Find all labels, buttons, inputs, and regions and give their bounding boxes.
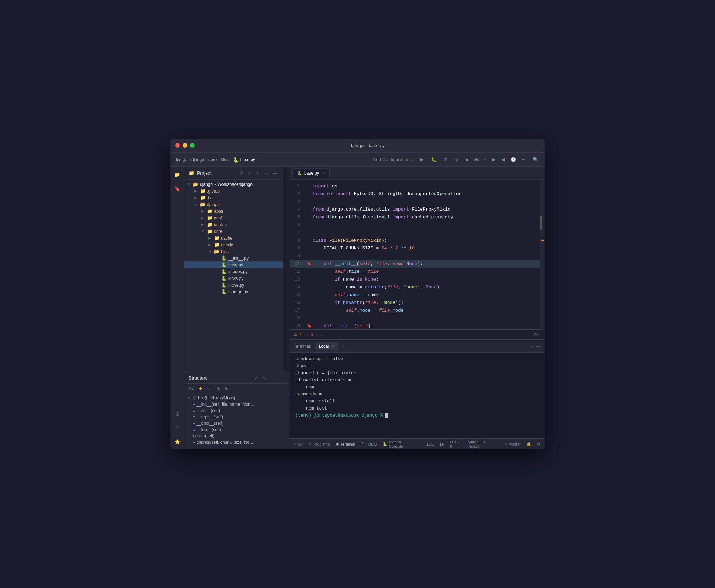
panel-expand-button[interactable]: ⤢ — [246, 170, 253, 176]
tree-item-conf[interactable]: ▶ 📁 conf — [184, 214, 283, 221]
profile-button[interactable]: ◎ — [453, 156, 461, 163]
tree-item-django[interactable]: ▼ 📂 django — [184, 201, 283, 208]
line-num-14: 14 — [290, 283, 306, 291]
tree-arrow-github: ▶ — [194, 189, 199, 193]
panel-collapse-button[interactable]: ⤡ — [254, 170, 261, 176]
terminal-content[interactable]: usedevelop = false deps = changedir = {t… — [290, 353, 545, 438]
tree-item-files[interactable]: ▼ 📂 files — [184, 248, 283, 255]
problems-toolbar-item[interactable]: ⚠ Problems — [308, 442, 330, 446]
struct-tag-button[interactable]: 🏷 — [206, 385, 213, 392]
tree-item-images[interactable]: ▶ 🐍 images.py — [184, 268, 283, 275]
tab-close-button[interactable]: ✕ — [322, 171, 325, 176]
local-tab-close[interactable]: ✕ — [332, 344, 335, 348]
term-line-9: (venv) jontaydev@macbook django % — [295, 412, 539, 419]
struct-str-method[interactable]: ≡ __str__(self) — [184, 407, 290, 414]
git-pull-button[interactable]: ◀ — [499, 156, 507, 163]
tab-local[interactable]: Local ✕ — [315, 342, 339, 350]
tree-item-core[interactable]: ▼ 📁 core — [184, 228, 283, 235]
tree-root[interactable]: ▼ 📂 django ~/Workspace/django — [184, 181, 283, 188]
tree-item-init[interactable]: ▶ 🐍 __init__.py — [184, 255, 283, 261]
struct-label-size: size(self) — [197, 434, 214, 439]
line-content-15: self.name = name — [313, 291, 533, 299]
term-line-1: usedevelop = false — [295, 355, 539, 363]
terminal-more-button[interactable]: ⋯ — [529, 343, 534, 349]
code-line-16: 16 if hasattr(file, 'mode'): — [290, 299, 540, 307]
warning-nav-up[interactable]: ↑ — [317, 332, 319, 337]
close-button[interactable] — [175, 143, 180, 148]
contrib-folder-icon: 📁 — [207, 222, 213, 227]
line-content-13: if name is None: — [313, 276, 533, 283]
window-title: django – base.py — [195, 143, 540, 148]
git-toolbar-item[interactable]: ⑂ Git — [294, 442, 303, 446]
run-button[interactable]: ▶ — [418, 156, 426, 163]
structure-expand-button[interactable]: ⤢ — [253, 375, 260, 381]
tree-item-cache[interactable]: ▶ 📁 cache — [184, 235, 283, 241]
debug-button[interactable]: 🐛 — [429, 156, 439, 163]
add-configuration-button[interactable]: Add Configuration... — [371, 156, 416, 163]
struct-chunks-method[interactable]: ≡ chunks(self, chunk_size=No... — [184, 439, 290, 446]
sidebar-favorites-icon[interactable]: ⭐ — [172, 437, 182, 447]
term-line-3: changedir = {toxinidir} — [295, 370, 539, 377]
tree-item-checks[interactable]: ▶ 📁 checks — [184, 241, 283, 248]
code-editor[interactable]: 1 import os 2 from io import BytesIO, St… — [290, 180, 540, 329]
tree-item-base[interactable]: ▶ 🐍 base.py — [184, 261, 283, 268]
tree-arrow-files: ▼ — [208, 249, 213, 253]
struct-inherited-button[interactable]: ⊞ — [224, 385, 230, 392]
coverage-button[interactable]: ⊙ — [442, 156, 450, 163]
breadcrumb-file[interactable]: base.py — [240, 157, 255, 162]
search-button[interactable]: 🔍 — [531, 156, 540, 163]
python-console-toolbar-item[interactable]: 🐍 Python Console — [383, 440, 415, 448]
tree-item-storage[interactable]: ▶ 🐍 storage.py — [184, 288, 283, 295]
panel-settings-button[interactable]: ⚙ — [238, 170, 245, 176]
tree-item-contrib[interactable]: ▶ 📁 contrib — [184, 221, 283, 228]
tree-item-github[interactable]: ▶ 📁 .github — [184, 188, 283, 194]
line-num-6: 6 — [290, 221, 306, 229]
tree-item-apps[interactable]: ▶ 📁 apps — [184, 208, 283, 214]
tree-item-locks[interactable]: ▶ 🐍 locks.py — [184, 275, 283, 282]
panel-close-button[interactable]: — — [271, 170, 279, 176]
structure-close-button[interactable]: — — [278, 375, 285, 381]
struct-bookmark-button[interactable]: ◆ — [197, 385, 203, 392]
code-line-14: 14 name = getattr(file, 'name', None) — [290, 283, 540, 291]
breadcrumb-core[interactable]: core — [208, 157, 217, 162]
tab-base-py[interactable]: 🐍 base.py ✕ — [292, 168, 330, 178]
terminal-minimize-button[interactable]: — — [536, 343, 540, 349]
line-num-18: 18 — [290, 314, 306, 322]
panel-more-button[interactable]: ⋯ — [262, 170, 270, 176]
structure-more-button[interactable]: ⋯ — [269, 375, 277, 381]
struct-root[interactable]: ▼ ⬡ File(FileProxyMixin) — [184, 395, 290, 401]
struct-method-icon-len: ≡ — [193, 428, 195, 432]
sidebar-database-icon[interactable]: 🗄 — [172, 408, 182, 418]
scrollbar-thumb[interactable] — [540, 216, 542, 230]
stop-button[interactable]: ■ — [463, 156, 471, 163]
structure-collapse-button[interactable]: ⤡ — [261, 375, 268, 381]
git-history-button[interactable]: 🕐 — [508, 156, 518, 163]
status-settings-icon[interactable]: ⚙ — [537, 442, 540, 446]
todo-toolbar-item[interactable]: ☑ TODO — [361, 442, 377, 446]
breadcrumb-django[interactable]: django — [191, 157, 204, 162]
struct-size-method[interactable]: ⊟ size(self) — [184, 433, 290, 439]
maximize-button[interactable] — [190, 143, 195, 148]
terminal-toolbar-item[interactable]: ▣ Terminal — [336, 442, 355, 446]
tree-item-move[interactable]: ▶ 🐍 move.py — [184, 282, 283, 288]
add-terminal-button[interactable]: + — [341, 343, 344, 349]
git-revert-button[interactable]: ↩ — [520, 156, 528, 163]
struct-bool-method[interactable]: ≡ __bool__(self) — [184, 420, 290, 427]
struct-repr-method[interactable]: ≡ __repr__(self) — [184, 414, 290, 420]
struct-len-method[interactable]: ≡ __len__(self) — [184, 427, 290, 433]
breadcrumb-files[interactable]: files — [221, 157, 228, 162]
sidebar-project-icon[interactable]: 📁 — [172, 170, 182, 180]
terminal-panel: Terminal: Local ✕ + ⋯ — usedevelop = fal… — [290, 339, 545, 438]
sidebar-bookmarks-icon[interactable]: 🔖 — [172, 184, 182, 194]
tree-item-tx[interactable]: ▶ 📁 .tx — [184, 194, 283, 201]
git-push-button[interactable]: ▶ — [490, 156, 498, 163]
breadcrumb-django-root[interactable]: django — [175, 157, 187, 162]
struct-init-method[interactable]: ≡ __init__(self, file, name=Non... — [184, 401, 290, 407]
git-branch-button[interactable]: ⑂ — [481, 156, 489, 163]
warning-nav-down[interactable]: ↓ — [321, 332, 323, 337]
sidebar-structure-icon[interactable]: ☰ — [172, 423, 182, 433]
struct-members-button[interactable]: ▦ — [215, 385, 221, 392]
minimize-button[interactable] — [183, 143, 187, 148]
struct-sort-alpha-button[interactable]: AZ — [187, 385, 195, 392]
editor-scrollbar[interactable] — [540, 180, 545, 329]
